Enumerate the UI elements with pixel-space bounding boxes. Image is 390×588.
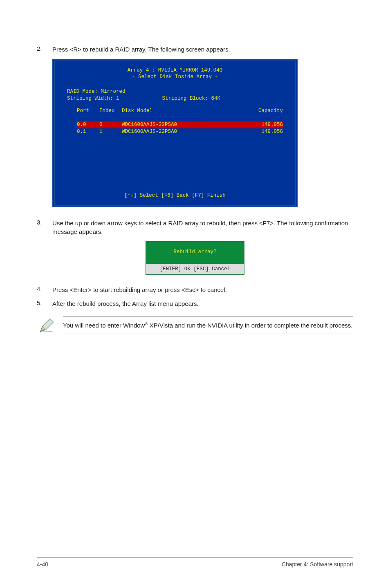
page-number: 4-40 (37, 561, 48, 568)
cell-capacity: 149.05G (246, 128, 283, 135)
registered-mark: ® (145, 321, 148, 326)
bios-striping-width: Striping Width: 1 (67, 96, 119, 101)
step-text: Press <Enter> to start rebuilding array … (52, 285, 353, 294)
confirm-dialog: Rebuild array? [ENTER] OK [ESC] Cancel (146, 241, 244, 275)
bios-footer-keys: [↑↓] Select [F6] Back [F7] Finish (55, 186, 295, 204)
step-number: 5. (37, 299, 52, 308)
step-2: 2. Press <R> to rebuild a RAID array. Th… (37, 45, 353, 54)
bios-row[interactable]: 0.1 1 WDC1600AAJS-22PSA0 149.05G (77, 128, 283, 135)
bios-striping-block: Striping Block: 64K (162, 96, 221, 101)
bios-raid-mode: RAID Mode: Mirrored (67, 88, 283, 95)
step-text: After the rebuild process, the Array lis… (52, 299, 353, 308)
page-footer: 4-40 Chapter 4: Software support (37, 557, 353, 568)
step-number: 3. (37, 219, 52, 237)
step-text: Use the up or down arrow keys to select … (52, 219, 353, 237)
cell-model: WDC1600AAJS-22PSA0 (122, 128, 246, 135)
step-text: Press <R> to rebuild a RAID array. The f… (52, 45, 353, 54)
cell-model: WDC1600AAJS-22PSA0 (122, 121, 246, 128)
note-block: You will need to enter Window® XP/Vista … (37, 316, 353, 335)
cell-index: 1 (99, 128, 122, 135)
col-port-head: Port (77, 108, 99, 114)
cell-port: 0.1 (77, 128, 99, 135)
note-post: XP/Vista and run the NVIDIA utility in o… (148, 322, 353, 329)
bios-title-line1: Array 4 : NVIDIA MIRROR 149.04G (55, 67, 295, 74)
chapter-label: Chapter 4: Software support (282, 561, 353, 568)
col-capacity-head: Capacity (246, 108, 283, 114)
cell-index: 0 (99, 121, 122, 128)
bios-title-line2: - Select Disk Inside Array - (55, 74, 295, 80)
pencil-icon (37, 316, 57, 335)
note-pre: You will need to enter Window (63, 322, 145, 329)
step-number: 4. (37, 285, 52, 294)
bios-screen: Array 4 : NVIDIA MIRROR 149.04G - Select… (52, 59, 298, 207)
bios-table-header: Port Index Disk Model Capacity (77, 108, 283, 114)
col-index-head: Index (99, 108, 122, 114)
cell-capacity: 149.05G (246, 121, 283, 128)
dialog-buttons[interactable]: [ENTER] OK [ESC] Cancel (146, 264, 244, 274)
cell-port: 0.0 (77, 121, 99, 128)
step-number: 2. (37, 45, 52, 54)
col-model-head: Disk Model (122, 108, 246, 114)
note-text: You will need to enter Window® XP/Vista … (63, 316, 353, 334)
bios-row-selected[interactable]: 0.0 0 WDC1600AAJS-22PSA0 149.05G (77, 121, 283, 128)
step-3: 3. Use the up or down arrow keys to sele… (37, 219, 353, 237)
dialog-question: Rebuild array? (146, 242, 244, 264)
step-5: 5. After the rebuild process, the Array … (37, 299, 353, 308)
step-4: 4. Press <Enter> to start rebuilding arr… (37, 285, 353, 294)
bios-header-rule: ──── ───── ─────────────────────────────… (77, 115, 283, 121)
